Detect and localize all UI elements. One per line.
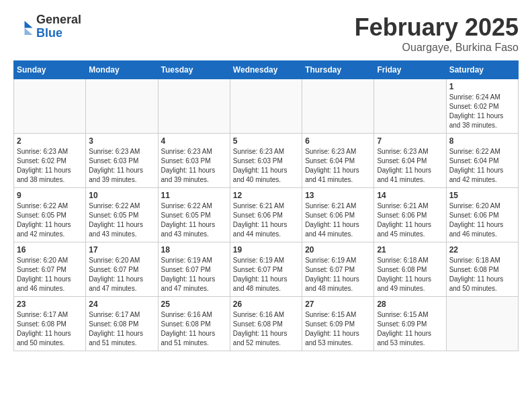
calendar-cell: 11Sunrise: 6:22 AM Sunset: 6:05 PM Dayli… bbox=[158, 188, 230, 242]
calendar-week-2: 2Sunrise: 6:23 AM Sunset: 6:02 PM Daylig… bbox=[14, 134, 519, 188]
day-info: Sunrise: 6:17 AM Sunset: 6:08 PM Dayligh… bbox=[89, 310, 154, 348]
day-number: 8 bbox=[449, 136, 515, 146]
calendar-cell: 3Sunrise: 6:23 AM Sunset: 6:03 PM Daylig… bbox=[86, 134, 158, 188]
calendar-cell: 1Sunrise: 6:24 AM Sunset: 6:02 PM Daylig… bbox=[446, 79, 518, 134]
calendar-week-4: 16Sunrise: 6:20 AM Sunset: 6:07 PM Dayli… bbox=[14, 242, 519, 297]
day-number: 16 bbox=[17, 245, 83, 255]
day-number: 3 bbox=[89, 136, 154, 146]
day-number: 9 bbox=[17, 191, 83, 200]
logo-blue-text: Blue bbox=[36, 27, 81, 40]
day-number: 14 bbox=[377, 191, 443, 200]
day-number: 26 bbox=[233, 300, 299, 309]
day-number: 5 bbox=[233, 136, 299, 146]
day-info: Sunrise: 6:21 AM Sunset: 6:06 PM Dayligh… bbox=[377, 201, 443, 239]
day-info: Sunrise: 6:23 AM Sunset: 6:04 PM Dayligh… bbox=[377, 147, 443, 185]
day-number: 15 bbox=[449, 191, 515, 200]
calendar-cell: 28Sunrise: 6:15 AM Sunset: 6:09 PM Dayli… bbox=[374, 297, 446, 351]
day-info: Sunrise: 6:23 AM Sunset: 6:03 PM Dayligh… bbox=[161, 147, 227, 185]
weekday-header-saturday: Saturday bbox=[446, 61, 518, 79]
calendar-cell: 9Sunrise: 6:22 AM Sunset: 6:05 PM Daylig… bbox=[14, 188, 86, 242]
day-info: Sunrise: 6:22 AM Sunset: 6:05 PM Dayligh… bbox=[17, 201, 83, 239]
day-number: 25 bbox=[161, 300, 227, 309]
day-info: Sunrise: 6:19 AM Sunset: 6:07 PM Dayligh… bbox=[233, 256, 299, 293]
location-subtitle: Ouargaye, Burkina Faso bbox=[355, 42, 519, 54]
day-number: 12 bbox=[233, 191, 299, 200]
day-number: 24 bbox=[89, 300, 154, 309]
day-info: Sunrise: 6:15 AM Sunset: 6:09 PM Dayligh… bbox=[305, 310, 371, 348]
day-info: Sunrise: 6:24 AM Sunset: 6:02 PM Dayligh… bbox=[449, 93, 515, 130]
day-info: Sunrise: 6:20 AM Sunset: 6:07 PM Dayligh… bbox=[17, 256, 83, 293]
calendar-table: SundayMondayTuesdayWednesdayThursdayFrid… bbox=[13, 60, 519, 351]
day-number: 19 bbox=[233, 245, 299, 255]
weekday-header-sunday: Sunday bbox=[14, 61, 86, 79]
calendar-cell: 27Sunrise: 6:15 AM Sunset: 6:09 PM Dayli… bbox=[302, 297, 374, 351]
day-number: 17 bbox=[89, 245, 154, 255]
day-number: 1 bbox=[449, 82, 515, 91]
calendar-cell: 25Sunrise: 6:16 AM Sunset: 6:08 PM Dayli… bbox=[158, 297, 230, 351]
calendar-cell: 17Sunrise: 6:20 AM Sunset: 6:07 PM Dayli… bbox=[86, 242, 158, 297]
weekday-header-tuesday: Tuesday bbox=[158, 61, 230, 79]
calendar-cell: 21Sunrise: 6:18 AM Sunset: 6:08 PM Dayli… bbox=[374, 242, 446, 297]
calendar-cell: 19Sunrise: 6:19 AM Sunset: 6:07 PM Dayli… bbox=[230, 242, 302, 297]
calendar-cell: 22Sunrise: 6:18 AM Sunset: 6:08 PM Dayli… bbox=[446, 242, 518, 297]
calendar-cell: 12Sunrise: 6:21 AM Sunset: 6:06 PM Dayli… bbox=[230, 188, 302, 242]
day-number: 22 bbox=[449, 245, 515, 255]
day-info: Sunrise: 6:23 AM Sunset: 6:02 PM Dayligh… bbox=[17, 147, 83, 185]
svg-marker-0 bbox=[25, 21, 33, 28]
day-info: Sunrise: 6:20 AM Sunset: 6:07 PM Dayligh… bbox=[89, 256, 154, 293]
day-info: Sunrise: 6:20 AM Sunset: 6:06 PM Dayligh… bbox=[449, 201, 515, 239]
day-number: 13 bbox=[305, 191, 371, 200]
day-number: 18 bbox=[161, 245, 227, 255]
calendar-cell: 4Sunrise: 6:23 AM Sunset: 6:03 PM Daylig… bbox=[158, 134, 230, 188]
day-number: 27 bbox=[305, 300, 371, 309]
calendar-cell: 2Sunrise: 6:23 AM Sunset: 6:02 PM Daylig… bbox=[14, 134, 86, 188]
day-info: Sunrise: 6:22 AM Sunset: 6:05 PM Dayligh… bbox=[89, 201, 154, 239]
calendar-cell: 20Sunrise: 6:19 AM Sunset: 6:07 PM Dayli… bbox=[302, 242, 374, 297]
day-info: Sunrise: 6:18 AM Sunset: 6:08 PM Dayligh… bbox=[377, 256, 443, 293]
calendar-cell: 24Sunrise: 6:17 AM Sunset: 6:08 PM Dayli… bbox=[86, 297, 158, 351]
day-info: Sunrise: 6:18 AM Sunset: 6:08 PM Dayligh… bbox=[449, 256, 515, 293]
month-year-title: February 2025 bbox=[355, 13, 519, 42]
day-info: Sunrise: 6:23 AM Sunset: 6:03 PM Dayligh… bbox=[89, 147, 154, 185]
day-info: Sunrise: 6:15 AM Sunset: 6:09 PM Dayligh… bbox=[377, 310, 443, 348]
calendar-cell: 18Sunrise: 6:19 AM Sunset: 6:07 PM Dayli… bbox=[158, 242, 230, 297]
day-info: Sunrise: 6:16 AM Sunset: 6:08 PM Dayligh… bbox=[161, 310, 227, 348]
calendar-cell: 8Sunrise: 6:22 AM Sunset: 6:04 PM Daylig… bbox=[446, 134, 518, 188]
calendar-cell bbox=[230, 79, 302, 134]
day-info: Sunrise: 6:22 AM Sunset: 6:05 PM Dayligh… bbox=[161, 201, 227, 239]
day-info: Sunrise: 6:19 AM Sunset: 6:07 PM Dayligh… bbox=[305, 256, 371, 293]
calendar-cell: 15Sunrise: 6:20 AM Sunset: 6:06 PM Dayli… bbox=[446, 188, 518, 242]
calendar-cell bbox=[374, 79, 446, 134]
logo-icon bbox=[13, 17, 34, 37]
day-number: 7 bbox=[377, 136, 443, 146]
calendar-cell: 7Sunrise: 6:23 AM Sunset: 6:04 PM Daylig… bbox=[374, 134, 446, 188]
calendar-cell bbox=[14, 79, 86, 134]
day-info: Sunrise: 6:19 AM Sunset: 6:07 PM Dayligh… bbox=[161, 256, 227, 293]
day-info: Sunrise: 6:23 AM Sunset: 6:03 PM Dayligh… bbox=[233, 147, 299, 185]
svg-marker-1 bbox=[25, 28, 33, 35]
calendar-cell bbox=[446, 297, 518, 351]
day-info: Sunrise: 6:21 AM Sunset: 6:06 PM Dayligh… bbox=[233, 201, 299, 239]
calendar-cell bbox=[158, 79, 230, 134]
day-info: Sunrise: 6:17 AM Sunset: 6:08 PM Dayligh… bbox=[17, 310, 83, 348]
day-info: Sunrise: 6:22 AM Sunset: 6:04 PM Dayligh… bbox=[449, 147, 515, 185]
calendar-week-5: 23Sunrise: 6:17 AM Sunset: 6:08 PM Dayli… bbox=[14, 297, 519, 351]
day-info: Sunrise: 6:16 AM Sunset: 6:08 PM Dayligh… bbox=[233, 310, 299, 348]
day-number: 10 bbox=[89, 191, 154, 200]
day-number: 11 bbox=[161, 191, 227, 200]
day-info: Sunrise: 6:23 AM Sunset: 6:04 PM Dayligh… bbox=[305, 147, 371, 185]
calendar-cell: 13Sunrise: 6:21 AM Sunset: 6:06 PM Dayli… bbox=[302, 188, 374, 242]
day-number: 6 bbox=[305, 136, 371, 146]
calendar-cell: 5Sunrise: 6:23 AM Sunset: 6:03 PM Daylig… bbox=[230, 134, 302, 188]
logo: General Blue bbox=[13, 13, 81, 40]
weekday-header-wednesday: Wednesday bbox=[230, 61, 302, 79]
weekday-header-thursday: Thursday bbox=[302, 61, 374, 79]
day-info: Sunrise: 6:21 AM Sunset: 6:06 PM Dayligh… bbox=[305, 201, 371, 239]
day-number: 20 bbox=[305, 245, 371, 255]
weekday-header-friday: Friday bbox=[374, 61, 446, 79]
logo-general-text: General bbox=[36, 13, 81, 27]
calendar-cell: 10Sunrise: 6:22 AM Sunset: 6:05 PM Dayli… bbox=[86, 188, 158, 242]
weekday-header-row: SundayMondayTuesdayWednesdayThursdayFrid… bbox=[14, 61, 519, 79]
calendar-cell: 23Sunrise: 6:17 AM Sunset: 6:08 PM Dayli… bbox=[14, 297, 86, 351]
title-block: February 2025 Ouargaye, Burkina Faso bbox=[355, 13, 519, 54]
